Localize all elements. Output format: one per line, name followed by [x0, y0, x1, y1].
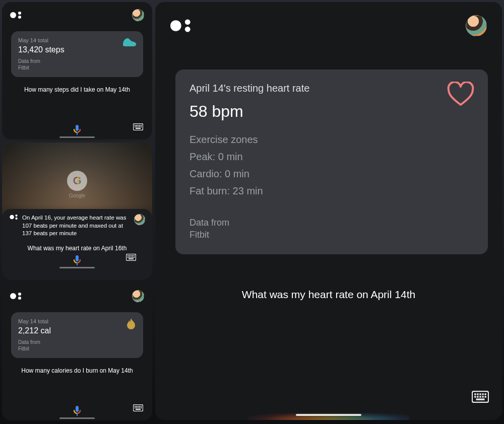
keyboard-icon[interactable] [133, 123, 143, 132]
home-indicator[interactable] [59, 417, 95, 419]
assistant-glow [248, 407, 409, 420]
svg-rect-47 [485, 393, 486, 395]
svg-rect-0 [76, 125, 79, 131]
assistant-card-heartrate-text: G Google On April 16, your average heart… [2, 143, 152, 280]
resting-hr-data-card: April 14's resting heart rate 58 bpm Exe… [175, 69, 488, 254]
profile-avatar[interactable] [134, 214, 145, 225]
svg-rect-1 [77, 132, 78, 135]
heartrate-response-text: On April 16, your average heart rate was… [22, 214, 130, 238]
calories-source: Data from Fitbit [18, 339, 136, 352]
svg-rect-8 [135, 126, 136, 127]
assistant-logo-icon [10, 215, 17, 220]
svg-rect-44 [477, 393, 478, 395]
svg-rect-21 [134, 255, 135, 256]
svg-rect-15 [77, 263, 78, 265]
keyboard-icon[interactable] [472, 391, 489, 405]
svg-rect-48 [474, 396, 476, 397]
svg-rect-29 [77, 413, 78, 416]
steps-query: How many steps did I take on May 14th [2, 86, 152, 93]
zone-cardio: Cardio: 0 min [190, 165, 474, 182]
assistant-logo-icon [10, 12, 21, 19]
profile-avatar[interactable] [466, 15, 487, 36]
google-label: Google [69, 193, 85, 198]
steps-value: 13,420 steps [18, 45, 136, 54]
svg-rect-4 [136, 125, 137, 126]
svg-rect-53 [476, 398, 485, 400]
svg-rect-34 [139, 406, 140, 407]
calories-label: May 14 total [18, 318, 136, 324]
heart-icon [447, 82, 475, 109]
steps-source: Data from Fitbit [18, 58, 136, 71]
assistant-card-resting-heartrate: April 14's resting heart rate 58 bpm Exe… [155, 2, 502, 420]
svg-rect-38 [138, 407, 139, 408]
resting-hr-value: 58 bpm [190, 102, 474, 121]
svg-rect-27 [129, 258, 134, 259]
svg-rect-9 [136, 126, 137, 127]
svg-rect-6 [139, 125, 140, 126]
calories-data-card: May 14 total 2,212 cal Data from Fitbit [11, 312, 143, 358]
zones-title: Exercise zones [190, 131, 474, 148]
calories-value: 2,212 cal [18, 326, 136, 335]
svg-rect-32 [136, 406, 137, 407]
resting-hr-label: April 14's resting heart rate [190, 83, 474, 94]
svg-rect-35 [141, 406, 142, 407]
mic-icon[interactable] [73, 124, 81, 135]
exercise-zones: Exercise zones Peak: 0 min Cardio: 0 min… [190, 131, 474, 199]
svg-rect-41 [136, 409, 141, 410]
svg-rect-7 [141, 125, 142, 126]
home-indicator[interactable] [59, 267, 95, 268]
svg-rect-31 [135, 406, 136, 407]
home-indicator[interactable] [59, 136, 95, 138]
assistant-card-calories: May 14 total 2,212 cal Data from Fitbit … [2, 283, 152, 420]
keyboard-icon[interactable] [126, 254, 136, 263]
svg-rect-17 [128, 255, 129, 256]
svg-rect-20 [132, 255, 133, 256]
svg-rect-28 [76, 406, 79, 412]
svg-rect-19 [131, 255, 132, 256]
heartrate-query: What was my heart rate on April 16th [9, 245, 145, 252]
svg-rect-39 [139, 407, 140, 408]
home-indicator[interactable] [296, 414, 361, 416]
assistant-card-steps: May 14 total 13,420 steps Data from Fitb… [2, 2, 152, 139]
svg-rect-3 [135, 125, 136, 126]
svg-rect-26 [134, 257, 135, 258]
mic-icon[interactable] [73, 255, 81, 266]
svg-rect-23 [129, 257, 130, 258]
svg-rect-50 [479, 396, 481, 397]
svg-rect-49 [477, 396, 478, 397]
assistant-logo-icon [10, 293, 21, 300]
profile-avatar[interactable] [132, 290, 144, 302]
steps-label: May 14 total [18, 37, 136, 43]
svg-rect-24 [131, 257, 132, 258]
profile-avatar[interactable] [132, 9, 144, 21]
steps-data-card: May 14 total 13,420 steps Data from Fitb… [11, 31, 143, 77]
svg-rect-51 [482, 396, 483, 397]
assistant-logo-icon [170, 19, 191, 32]
google-logo-icon[interactable]: G [67, 171, 87, 191]
svg-rect-46 [482, 393, 483, 395]
svg-rect-40 [141, 407, 142, 408]
zone-fatburn: Fat burn: 23 min [190, 182, 474, 199]
svg-rect-11 [139, 126, 140, 127]
resting-hr-query: What was my heart rate on April 14th [155, 289, 502, 301]
svg-rect-10 [138, 126, 139, 127]
svg-rect-18 [129, 255, 130, 256]
zone-peak: Peak: 0 min [190, 148, 474, 165]
svg-rect-5 [138, 125, 139, 126]
svg-rect-13 [136, 128, 141, 129]
calories-query: How many calories do I burn on May 14th [2, 367, 152, 374]
svg-rect-22 [128, 257, 129, 258]
svg-rect-12 [141, 126, 142, 127]
shoe-icon [122, 36, 137, 49]
svg-rect-36 [135, 407, 136, 408]
mic-icon[interactable] [73, 405, 81, 416]
svg-rect-37 [136, 407, 137, 408]
resting-hr-source: Data from Fitbit [190, 217, 474, 241]
keyboard-icon[interactable] [133, 404, 143, 413]
flame-icon [125, 317, 137, 333]
svg-rect-43 [474, 393, 476, 395]
svg-rect-14 [76, 255, 79, 261]
svg-rect-33 [138, 406, 139, 407]
svg-rect-52 [485, 396, 486, 397]
svg-rect-45 [479, 393, 481, 395]
